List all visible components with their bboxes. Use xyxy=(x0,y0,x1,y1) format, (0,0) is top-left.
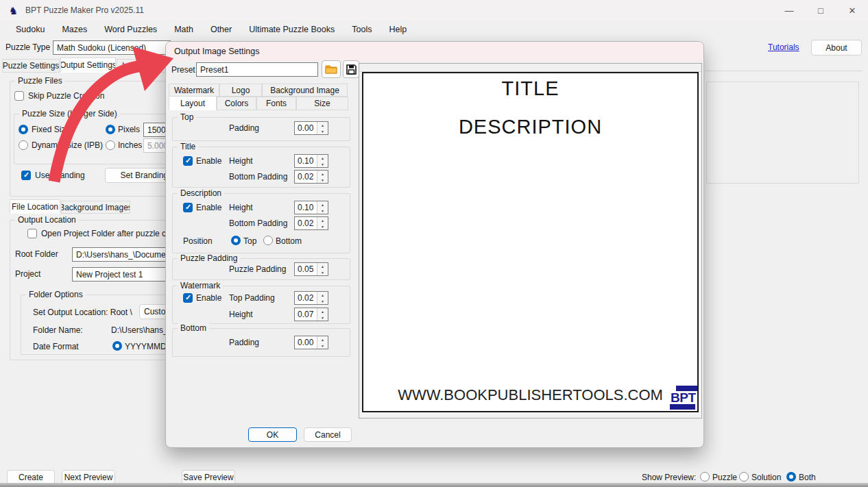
bottom-padding-spinner[interactable]: ▲▼ xyxy=(317,336,328,349)
menu-mazes[interactable]: Mazes xyxy=(55,22,94,37)
spin-down-icon[interactable]: ▼ xyxy=(317,128,328,134)
tab-puzzle-settings[interactable]: Puzzle Settings xyxy=(2,59,60,73)
date-format-radio[interactable] xyxy=(112,341,122,351)
title-bottom-padding-label: Bottom Padding xyxy=(229,172,287,182)
open-preset-button[interactable] xyxy=(322,60,341,78)
watermark-enable-checkbox[interactable] xyxy=(183,293,193,303)
description-bottom-padding-input[interactable]: 0.02 ▲▼ xyxy=(294,216,328,230)
close-icon[interactable]: ✕ xyxy=(836,0,868,21)
title-bottom-padding-spinner[interactable]: ▲▼ xyxy=(317,171,328,183)
spin-down-icon[interactable]: ▼ xyxy=(317,314,328,321)
menu-tools[interactable]: Tools xyxy=(345,22,378,37)
open-project-folder-label: Open Project Folder after puzzle creatio xyxy=(41,229,169,239)
puzzle-padding-input[interactable]: 0.05 ▲▼ xyxy=(294,262,328,276)
spin-down-icon[interactable]: ▼ xyxy=(317,269,328,275)
preview-solution-radio[interactable] xyxy=(739,472,749,482)
description-bottom-padding-spinner[interactable]: ▲▼ xyxy=(317,217,328,229)
open-project-folder-checkbox[interactable] xyxy=(27,229,37,238)
skip-puzzle-creation-checkbox[interactable] xyxy=(14,91,24,101)
spin-down-icon[interactable]: ▼ xyxy=(317,342,328,349)
spin-down-icon[interactable]: ▼ xyxy=(317,177,328,183)
app-window: ♞ BPT Puzzle Maker Pro v2025.11 — □ ✕ Su… xyxy=(0,0,868,487)
spin-down-icon[interactable]: ▼ xyxy=(317,298,328,304)
spin-up-icon[interactable]: ▲ xyxy=(317,263,328,269)
save-preview-button[interactable]: Save Preview xyxy=(182,470,235,484)
menu-ultimate-puzzle-books[interactable]: Ultimate Puzzle Books xyxy=(242,22,341,37)
description-height-input[interactable]: 0.10 ▲▼ xyxy=(294,201,328,214)
cancel-button[interactable]: Cancel xyxy=(304,427,352,442)
description-bottom-padding-label: Bottom Padding xyxy=(229,218,287,229)
puzzle-padding-spinner[interactable]: ▲▼ xyxy=(317,263,328,275)
description-enable-checkbox[interactable] xyxy=(183,203,193,212)
spin-up-icon[interactable]: ▲ xyxy=(317,122,328,128)
tab-file-location[interactable]: File Location xyxy=(10,199,60,214)
menu-help[interactable]: Help xyxy=(382,22,413,37)
bottom-padding-input[interactable]: 0.00 ▲▼ xyxy=(294,336,328,349)
dynamic-size-radio[interactable] xyxy=(19,140,28,150)
watermark-height-spinner[interactable]: ▲▼ xyxy=(317,308,328,321)
tab-background-images[interactable]: Background Images xyxy=(61,201,130,214)
position-bottom-radio[interactable] xyxy=(263,236,273,245)
project-input[interactable]: New Project test 1 xyxy=(72,267,175,282)
spin-up-icon[interactable]: ▲ xyxy=(317,217,328,223)
create-button[interactable]: Create xyxy=(7,470,55,484)
menu-sudoku[interactable]: Sudoku xyxy=(9,22,51,37)
dialog-tab-logo[interactable]: Logo xyxy=(219,84,262,97)
watermark-height-input[interactable]: 0.07 ▲▼ xyxy=(294,308,328,321)
watermark-top-padding-spinner[interactable]: ▲▼ xyxy=(317,292,328,304)
title-height-spinner[interactable]: ▲▼ xyxy=(317,155,328,167)
tab-output-settings[interactable]: Output Settings xyxy=(60,58,116,73)
menu-other[interactable]: Other xyxy=(204,22,239,37)
ok-button[interactable]: OK xyxy=(248,427,297,442)
root-folder-input[interactable]: D:\Users\hans_\Documents xyxy=(72,247,175,262)
spin-up-icon[interactable]: ▲ xyxy=(317,155,328,161)
spin-up-icon[interactable]: ▲ xyxy=(317,336,328,342)
dialog-tab-size[interactable]: Size xyxy=(296,97,348,110)
title-height-input[interactable]: 0.10 ▲▼ xyxy=(294,154,328,168)
tutorials-link[interactable]: Tutorials xyxy=(768,42,799,53)
watermark-height-value: 0.07 xyxy=(295,308,317,321)
spin-up-icon[interactable]: ▲ xyxy=(317,201,328,208)
watermark-top-padding-input[interactable]: 0.02 ▲▼ xyxy=(294,291,328,305)
spin-up-icon[interactable]: ▲ xyxy=(317,292,328,298)
maximize-icon[interactable]: □ xyxy=(805,0,836,21)
preview-page: TITLE DESCRIPTION WWW.BOOKPUBLISHERTOOLS… xyxy=(362,72,699,412)
preview-puzzle-radio[interactable] xyxy=(700,472,710,482)
spin-down-icon[interactable]: ▼ xyxy=(317,208,328,214)
spin-up-icon[interactable]: ▲ xyxy=(317,308,328,314)
use-branding-checkbox[interactable] xyxy=(21,171,31,180)
tab-instant[interactable]: Instant P xyxy=(117,59,169,73)
dialog-tab-fonts[interactable]: Fonts xyxy=(256,97,296,110)
top-padding-spinner[interactable]: ▲▼ xyxy=(317,122,328,134)
dialog-tab-layout[interactable]: Layout xyxy=(169,96,217,110)
menu-bar: Sudoku Mazes Word Puzzles Math Other Ult… xyxy=(0,21,868,38)
save-preset-button[interactable] xyxy=(343,60,359,78)
title-enable-checkbox[interactable] xyxy=(183,156,193,166)
menu-word-puzzles[interactable]: Word Puzzles xyxy=(97,22,164,37)
dialog-tab-background-image[interactable]: Background Image xyxy=(262,84,348,97)
description-height-spinner[interactable]: ▲▼ xyxy=(317,201,328,214)
preset-input[interactable]: Preset1 xyxy=(196,62,318,77)
fixed-size-radio[interactable] xyxy=(19,125,28,134)
pixels-radio[interactable] xyxy=(106,125,115,134)
title-bottom-padding-input[interactable]: 0.02 ▲▼ xyxy=(294,170,328,184)
dialog-title: Output Image Settings xyxy=(174,47,259,56)
spin-down-icon[interactable]: ▼ xyxy=(317,161,328,167)
puzzle-type-combobox[interactable]: Math Sudoku (Licensed) xyxy=(53,40,171,55)
minimize-icon[interactable]: — xyxy=(773,0,805,21)
top-padding-input[interactable]: 0.00 ▲▼ xyxy=(294,121,328,135)
preview-both-radio[interactable] xyxy=(786,472,796,482)
set-branding-button[interactable]: Set Branding xyxy=(105,168,171,183)
next-preview-button[interactable]: Next Preview xyxy=(62,470,115,484)
bpt-logo-text: BPT xyxy=(670,391,699,404)
spin-down-icon[interactable]: ▼ xyxy=(317,223,328,229)
menu-math[interactable]: Math xyxy=(167,22,200,37)
inches-radio[interactable] xyxy=(106,140,115,150)
dialog-tab-colors[interactable]: Colors xyxy=(217,97,256,110)
spin-up-icon[interactable]: ▲ xyxy=(317,171,328,177)
watermark-group-title: Watermark xyxy=(178,281,223,291)
dialog-tab-watermark[interactable]: Watermark xyxy=(169,84,219,97)
about-button[interactable]: About xyxy=(811,40,862,55)
position-top-radio[interactable] xyxy=(231,236,241,245)
dialog-title-bar[interactable]: Output Image Settings xyxy=(166,42,703,61)
